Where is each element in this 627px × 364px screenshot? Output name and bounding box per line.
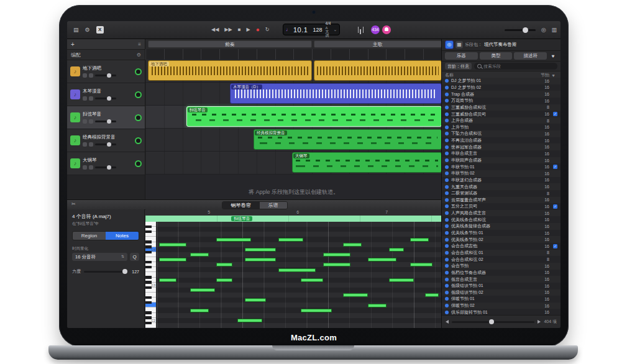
quantize-dropdown[interactable]: 16 分音符⇅ xyxy=(72,253,127,261)
midi-note[interactable] xyxy=(323,253,350,257)
master-volume-slider[interactable] xyxy=(505,29,536,31)
mute-button[interactable] xyxy=(83,165,87,170)
loop-browser-icon[interactable]: ◎ xyxy=(541,21,546,39)
favorites-heart-icon[interactable]: ♥ xyxy=(549,53,557,59)
favorite-checkbox[interactable] xyxy=(553,290,557,294)
favorite-checkbox[interactable]: ✓ xyxy=(553,204,557,209)
filter-button[interactable]: 乐器 xyxy=(445,52,478,60)
loop-row[interactable]: 不再流泪合成器 16 xyxy=(442,137,561,144)
favorite-checkbox[interactable] xyxy=(553,191,557,196)
piano-key-black[interactable] xyxy=(145,311,152,314)
tab-unselected[interactable]: 乐谱 xyxy=(260,202,287,209)
midi-note[interactable] xyxy=(389,278,414,282)
scale-dropdown[interactable]: 音阶：任意 xyxy=(445,63,472,70)
loop-row[interactable]: 五分之三贝司 16 ✓ xyxy=(442,203,561,210)
gear-icon[interactable]: ⚙ xyxy=(137,52,141,58)
midi-note[interactable] xyxy=(368,304,387,307)
favorite-checkbox[interactable] xyxy=(553,125,557,129)
loop-row[interactable]: 上升节拍 16 xyxy=(442,124,561,130)
notification-bell-icon[interactable] xyxy=(382,25,391,34)
midi-note[interactable] xyxy=(216,278,232,282)
loop-row[interactable]: 下坠力合成和弦 16 xyxy=(442,130,561,137)
piano-key-black[interactable] xyxy=(145,266,152,269)
piano-roll-grid[interactable] xyxy=(157,222,442,328)
region[interactable]: 大钢琴 xyxy=(292,152,442,173)
solo-button[interactable] xyxy=(89,96,93,101)
loop-row[interactable]: 串联节拍 01 16 ✓ xyxy=(442,163,561,170)
track-header[interactable]: ♪ 地下酒吧 xyxy=(67,60,145,83)
segmented-option[interactable]: Notes xyxy=(106,232,139,240)
track-volume-slider[interactable] xyxy=(95,121,116,122)
favorite-checkbox[interactable] xyxy=(553,92,557,96)
track-header[interactable]: ♪ 经典模拟背景音 xyxy=(67,129,145,152)
loop-row[interactable]: 人声风格合成主音 16 xyxy=(442,210,561,217)
arrange-lane[interactable]: 地下酒吧 xyxy=(145,60,442,83)
region[interactable]: 扫弦琴音 xyxy=(186,106,442,127)
midi-note[interactable] xyxy=(278,268,316,272)
piano-key-black[interactable] xyxy=(145,225,152,229)
loop-row[interactable]: 串联迷幻合成器 16 xyxy=(442,177,561,184)
loop-row[interactable]: 会合合成吉他 16 ✓ xyxy=(442,243,561,250)
segmented-option[interactable]: Region xyxy=(73,232,106,240)
midi-note[interactable] xyxy=(410,263,432,266)
rewind-button[interactable]: ◀◀ xyxy=(211,21,219,39)
region[interactable]: 地下酒吧 xyxy=(148,60,312,81)
timeline-ruler[interactable] xyxy=(145,49,442,60)
region[interactable] xyxy=(314,60,442,81)
search-input[interactable]: 搜索乐段 xyxy=(474,63,557,70)
piano-key-black[interactable] xyxy=(145,322,152,325)
favorite-checkbox[interactable]: ✓ xyxy=(553,112,557,116)
loop-row[interactable]: 三重威胁合成和弦 8 xyxy=(442,104,561,111)
piano-key-black[interactable] xyxy=(145,301,152,304)
midi-note[interactable] xyxy=(159,278,176,282)
loop-row[interactable]: 串联合成主音 16 xyxy=(442,150,561,157)
pan-knob[interactable] xyxy=(135,137,142,144)
stop-button[interactable]: ■ xyxy=(238,21,241,39)
arrangement-marker[interactable]: 主歌 xyxy=(314,40,442,48)
piano-key-black[interactable] xyxy=(145,251,152,254)
loop-row[interactable]: 串联回声合成器 16 xyxy=(442,157,561,164)
loop-row[interactable]: 云层覆盖合成琴声 16 xyxy=(442,197,561,204)
play-button[interactable]: ▶ xyxy=(246,21,250,39)
solo-button[interactable] xyxy=(89,119,93,124)
media-browser-icon[interactable]: ▥ xyxy=(551,21,557,39)
arrange-lane[interactable]: 扫弦琴音 xyxy=(145,106,442,129)
chevron-down-icon[interactable]: ⌄ xyxy=(334,27,337,32)
favorite-checkbox[interactable] xyxy=(553,198,557,202)
tuner-icon[interactable] xyxy=(358,27,364,33)
midi-note[interactable] xyxy=(410,238,429,242)
piano-key-black[interactable] xyxy=(145,276,152,279)
favorite-checkbox[interactable] xyxy=(553,145,557,149)
favorite-checkbox[interactable] xyxy=(553,139,557,143)
loop-row[interactable]: 会合合成和弦 02 8 xyxy=(442,256,561,263)
midi-note[interactable] xyxy=(301,278,323,282)
gear-icon[interactable]: ⚙ xyxy=(85,21,90,39)
favorite-checkbox[interactable] xyxy=(553,297,557,301)
favorite-checkbox[interactable] xyxy=(553,217,557,222)
loop-row[interactable]: 九重天合成器 16 xyxy=(442,183,561,190)
favorite-checkbox[interactable] xyxy=(553,304,557,308)
favorite-checkbox[interactable]: ✓ xyxy=(553,165,557,169)
cycle-button[interactable]: ↻ xyxy=(265,21,270,39)
midi-note[interactable] xyxy=(368,258,396,262)
loop-row[interactable]: Trap 合成器 16 xyxy=(442,91,561,98)
midi-note[interactable] xyxy=(245,298,266,302)
track-volume-slider[interactable] xyxy=(95,166,116,168)
filter-button[interactable]: 描述符 xyxy=(514,52,547,60)
loop-row[interactable]: 万花筒节拍 16 xyxy=(442,98,561,104)
favorite-checkbox[interactable] xyxy=(553,270,557,275)
favorite-checkbox[interactable] xyxy=(553,184,557,189)
scissors-icon[interactable]: ✂ xyxy=(71,201,76,207)
piano-key-black[interactable] xyxy=(145,245,152,248)
favorite-checkbox[interactable] xyxy=(553,178,557,182)
library-icon[interactable]: ▤ xyxy=(73,21,79,39)
favorite-checkbox[interactable] xyxy=(553,284,557,288)
favorite-checkbox[interactable] xyxy=(553,99,557,103)
piano-key-black[interactable] xyxy=(145,230,152,234)
region[interactable]: 木琴顶音（D） xyxy=(230,83,442,104)
track-volume-slider[interactable] xyxy=(95,143,116,145)
favorite-checkbox[interactable] xyxy=(553,277,557,281)
favorite-checkbox[interactable] xyxy=(553,264,557,268)
loop-row[interactable]: 会合节拍 16 xyxy=(442,263,561,270)
favorite-checkbox[interactable]: ✓ xyxy=(553,244,557,248)
